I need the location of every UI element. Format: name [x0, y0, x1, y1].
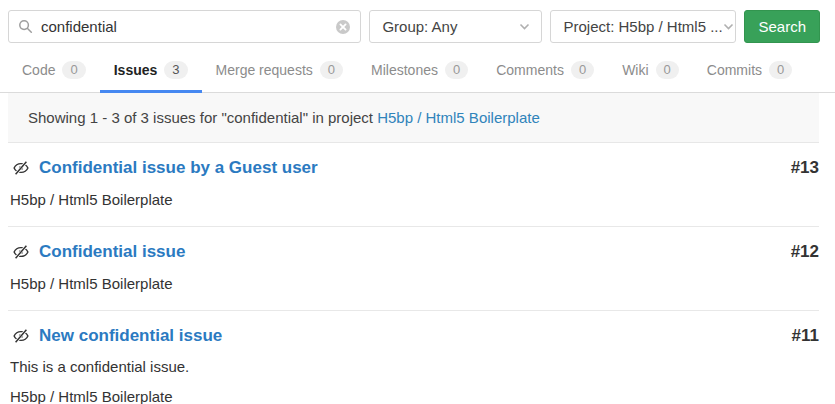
- results-summary: Showing 1 - 3 of 3 issues for "confident…: [8, 93, 819, 143]
- chevron-down-icon: [723, 23, 734, 31]
- result-title-link[interactable]: New confidential issue: [39, 326, 222, 346]
- tab-count-badge: 0: [320, 61, 343, 79]
- result-project: H5bp / Html5 Boilerplate: [8, 191, 819, 208]
- result-description: This is a confidential issue.: [8, 358, 819, 375]
- confidential-eye-slash-icon: [12, 328, 30, 344]
- tab-commits[interactable]: Commits 0: [693, 47, 806, 93]
- chevron-down-icon: [519, 23, 530, 31]
- tab-count-badge: 0: [769, 61, 792, 79]
- group-filter-value: Group: Any: [382, 18, 457, 35]
- tab-merge-requests[interactable]: Merge requests 0: [202, 47, 358, 93]
- tab-label: Issues: [114, 62, 158, 78]
- result-title-link[interactable]: Confidential issue: [39, 242, 185, 262]
- group-filter-dropdown[interactable]: Group: Any: [369, 10, 542, 43]
- result-row: Confidential issue #12 H5bp / Html5 Boil…: [8, 227, 819, 311]
- confidential-eye-slash-icon: [12, 244, 30, 260]
- search-button[interactable]: Search: [744, 10, 820, 43]
- clear-search-icon[interactable]: [335, 19, 351, 35]
- tab-label: Merge requests: [216, 62, 313, 78]
- search-input[interactable]: [33, 18, 335, 35]
- tab-comments[interactable]: Comments 0: [482, 47, 608, 93]
- tab-count-badge: 0: [445, 61, 468, 79]
- result-project: H5bp / Html5 Boilerplate: [8, 275, 819, 292]
- tab-label: Code: [22, 62, 55, 78]
- search-box[interactable]: [8, 10, 361, 43]
- result-project: H5bp / Html5 Boilerplate: [8, 388, 819, 404]
- search-icon: [18, 19, 33, 34]
- tab-code[interactable]: Code 0: [8, 47, 100, 93]
- search-filter-bar: Group: Any Project: H5bp / Html5 ... Sea…: [0, 0, 835, 43]
- result-row: Confidential issue by a Guest user #13 H…: [8, 143, 819, 227]
- project-filter-dropdown[interactable]: Project: H5bp / Html5 ...: [550, 10, 736, 43]
- tab-issues[interactable]: Issues 3: [100, 47, 202, 93]
- tab-milestones[interactable]: Milestones 0: [357, 47, 482, 93]
- tab-label: Comments: [496, 62, 564, 78]
- result-title-link[interactable]: Confidential issue by a Guest user: [39, 158, 318, 178]
- tab-count-badge: 3: [164, 61, 187, 79]
- issue-number: #11: [792, 326, 819, 346]
- results-summary-text: Showing 1 - 3 of 3 issues for "confident…: [28, 109, 373, 126]
- tab-wiki[interactable]: Wiki 0: [608, 47, 693, 93]
- confidential-eye-slash-icon: [12, 160, 30, 176]
- result-row: New confidential issue #11 This is a con…: [8, 311, 819, 404]
- project-filter-value: Project: H5bp / Html5 ...: [563, 18, 722, 35]
- tab-label: Commits: [707, 62, 762, 78]
- search-scope-tabs: Code 0 Issues 3 Merge requests 0 Milesto…: [0, 47, 835, 93]
- tab-label: Wiki: [622, 62, 648, 78]
- issue-number: #12: [791, 242, 819, 262]
- tab-count-badge: 0: [656, 61, 679, 79]
- tab-count-badge: 0: [571, 61, 594, 79]
- tab-count-badge: 0: [62, 61, 85, 79]
- summary-project-link[interactable]: H5bp / Html5 Boilerplate: [377, 109, 540, 126]
- issue-number: #13: [791, 158, 819, 178]
- tab-label: Milestones: [371, 62, 438, 78]
- search-results-list: Confidential issue by a Guest user #13 H…: [8, 143, 819, 404]
